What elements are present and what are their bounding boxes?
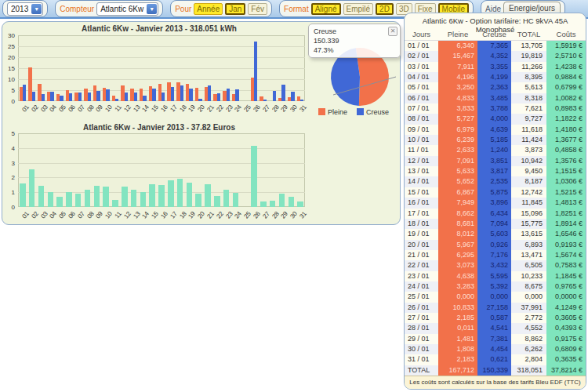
bar-creuse[interactable]: [171, 87, 174, 101]
bar-couts[interactable]: [289, 197, 295, 207]
table-row[interactable]: 17 / 018,6626,43415,0961,8251 €: [405, 209, 586, 219]
bar-creuse[interactable]: [217, 93, 220, 101]
table-row[interactable]: 01 / 016,3407,36513,7051,5919 €: [405, 41, 586, 51]
pour-button-annee[interactable]: Année: [194, 3, 223, 15]
bar-creuse[interactable]: [60, 96, 63, 101]
table-row[interactable]: 07 / 013,8333,7887,6210,8983 €: [405, 103, 586, 114]
bar-creuse[interactable]: [143, 96, 146, 101]
bar-couts[interactable]: [75, 194, 82, 207]
table-row[interactable]: 27 / 012,1850,5872,7720,3605 €: [405, 313, 586, 323]
bar-couts[interactable]: [233, 193, 239, 207]
chevron-down-icon[interactable]: ▼: [147, 4, 157, 14]
bar-creuse[interactable]: [227, 89, 230, 101]
table-row[interactable]: 18 / 018,6817,09415,7751,8914 €: [405, 219, 586, 229]
year-select[interactable]: 2013 ▼: [7, 2, 43, 16]
table-row[interactable]: 03 / 017,9113,35511,2661,4238 €: [405, 62, 586, 72]
table-row[interactable]: 06 / 014,8333,4858,3181,0082 €: [405, 93, 586, 103]
bar-couts[interactable]: [85, 190, 91, 207]
table-row[interactable]: 15 / 016,8675,87512,7421,5215 €: [405, 187, 586, 198]
bar-couts[interactable]: [94, 186, 100, 207]
bar-creuse[interactable]: [78, 93, 82, 101]
table-row[interactable]: 12 / 017,0913,85110,9421,3576 €: [405, 156, 586, 166]
bar-couts[interactable]: [158, 185, 165, 207]
table-row[interactable]: 28 / 010,0114,5414,5520,4393 €: [405, 323, 586, 333]
table-row[interactable]: 30 / 011,8084,4546,2620,6809 €: [405, 344, 586, 354]
table-row[interactable]: 19 / 018,0125,60313,6151,6546 €: [405, 229, 586, 239]
bar-couts[interactable]: [223, 190, 230, 207]
bar-creuse[interactable]: [281, 85, 285, 101]
bar-creuse[interactable]: [180, 85, 183, 101]
format-button-aligne[interactable]: Aligné: [311, 3, 341, 15]
bar-couts[interactable]: [131, 190, 137, 207]
bar-couts[interactable]: [214, 196, 220, 207]
bar-creuse[interactable]: [50, 92, 53, 101]
table-row[interactable]: 29 / 011,4817,3818,8620,9175 €: [405, 334, 586, 344]
bar-couts[interactable]: [66, 192, 72, 207]
bar-creuse[interactable]: [32, 92, 35, 101]
bar-creuse[interactable]: [152, 89, 155, 101]
bar-couts[interactable]: [29, 169, 35, 207]
bar-couts[interactable]: [270, 201, 276, 207]
bar-creuse[interactable]: [273, 91, 276, 101]
bar-couts[interactable]: [205, 184, 211, 207]
table-row[interactable]: 24 / 013,2835,3928,6750,9765 €: [405, 281, 586, 292]
bar-couts[interactable]: [103, 187, 109, 207]
bar-creuse[interactable]: [208, 85, 211, 101]
table-row[interactable]: 11 / 012,6331,2403,8730,4858 €: [405, 145, 586, 155]
table-row[interactable]: 09 / 016,9794,63911,6181,4180 €: [405, 125, 586, 135]
pour-button-fev[interactable]: Fév: [248, 3, 267, 15]
bar-couts[interactable]: [140, 192, 147, 207]
bar-couts[interactable]: [149, 184, 155, 207]
bar-creuse[interactable]: [42, 94, 45, 101]
table-row[interactable]: 20 / 015,9670,9266,8930,9193 €: [405, 240, 586, 250]
bar-creuse[interactable]: [263, 100, 267, 101]
table-row[interactable]: 02 / 0115,4674,35219,8192,5710 €: [405, 51, 586, 61]
bar-couts[interactable]: [168, 180, 174, 207]
bar-creuse[interactable]: [23, 85, 26, 101]
format-button-2d[interactable]: 2D: [376, 3, 394, 15]
bar-couts[interactable]: [279, 194, 285, 207]
pour-button-jan[interactable]: Jan: [225, 3, 245, 15]
bar-creuse[interactable]: [115, 99, 118, 101]
table-row[interactable]: 22 / 013,0733,4326,5050,7583 €: [405, 260, 586, 270]
chevron-down-icon[interactable]: ▼: [31, 4, 42, 14]
table-row[interactable]: 25 / 010,0000,0000,0000,0000 €: [405, 292, 586, 302]
close-icon[interactable]: ✕: [388, 27, 397, 36]
bar-creuse[interactable]: [235, 89, 238, 101]
bar-creuse[interactable]: [69, 93, 72, 101]
table-row[interactable]: 16 / 017,9493,89611,8451,4813 €: [405, 198, 586, 208]
bar-couts[interactable]: [297, 201, 303, 207]
bar-creuse[interactable]: [96, 91, 100, 101]
bar-couts[interactable]: [177, 179, 183, 207]
bar-couts[interactable]: [38, 186, 45, 207]
table-row[interactable]: 23 / 014,6385,59510,2331,1845 €: [405, 271, 586, 281]
bar-creuse[interactable]: [189, 89, 192, 101]
format-button-empile[interactable]: Empilé: [343, 3, 374, 15]
bar-couts[interactable]: [260, 201, 267, 207]
table-total-row[interactable]: TOTAL167,712150,339318,05137,8214 €: [405, 365, 586, 376]
table-row[interactable]: 10 / 016,2395,18511,4241,3677 €: [405, 135, 586, 145]
table-row[interactable]: 21 / 016,2957,17613,4711,5674 €: [405, 250, 586, 260]
bar-creuse[interactable]: [162, 93, 165, 101]
bar-couts[interactable]: [187, 183, 193, 207]
bar-couts[interactable]: [20, 183, 26, 207]
bar-couts[interactable]: [195, 194, 201, 207]
bar-creuse[interactable]: [291, 92, 294, 101]
bar-couts[interactable]: [251, 146, 257, 207]
bar-couts[interactable]: [56, 197, 63, 207]
compteur-select[interactable]: Atlantic 6Kw ▼: [96, 2, 158, 16]
bar-couts[interactable]: [112, 200, 118, 207]
table-row[interactable]: 05 / 013,2502,3635,6130,6799 €: [405, 82, 586, 93]
bar-creuse[interactable]: [134, 93, 137, 101]
table-row[interactable]: 31 / 012,1830,6212,8040,3635 €: [405, 354, 586, 365]
bar-creuse[interactable]: [106, 89, 109, 101]
bar-creuse[interactable]: [300, 100, 303, 101]
bar-couts[interactable]: [48, 192, 54, 207]
table-row[interactable]: 26 / 0110,83327,15837,9914,1249 €: [405, 303, 586, 313]
table-row[interactable]: 04 / 014,1964,1998,3950,9884 €: [405, 72, 586, 82]
table-row[interactable]: 13 / 015,6333,8179,4501,1515 €: [405, 166, 586, 176]
bar-couts[interactable]: [122, 187, 128, 207]
table-row[interactable]: 08 / 015,7274,0009,7271,1822 €: [405, 114, 586, 124]
bar-creuse[interactable]: [125, 93, 128, 101]
bar-creuse[interactable]: [254, 42, 257, 101]
